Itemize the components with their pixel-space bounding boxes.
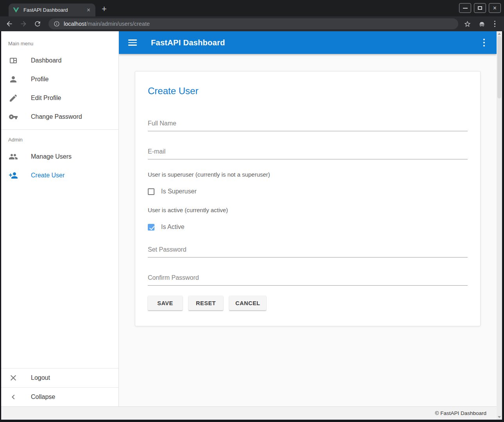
app-area: Main menu Dashboard Profile <box>1 31 502 420</box>
appbar-menu-icon[interactable] <box>481 39 488 47</box>
bookmark-star-icon[interactable] <box>464 20 471 28</box>
set-password-field-wrap <box>148 246 468 257</box>
sidebar-section-admin-label: Admin <box>1 133 118 147</box>
confirm-password-field-wrap <box>148 274 468 286</box>
page-footer: © FastAPI Dashboard <box>1 406 497 420</box>
browser-urlbar: localhost/main/admin/users/create <box>0 16 504 31</box>
tab-title: FastAPI Dashboard <box>23 7 86 13</box>
appbar: FastAPI Dashboard <box>119 31 497 54</box>
sidebar-item-label: Logout <box>31 374 50 381</box>
minimize-button[interactable] <box>459 3 471 13</box>
sidebar-item-logout[interactable]: Logout <box>1 368 118 387</box>
copyright-text: © FastAPI Dashboard <box>435 410 486 416</box>
refresh-icon[interactable] <box>34 20 41 28</box>
confirm-password-input[interactable] <box>148 274 468 286</box>
maximize-button[interactable] <box>474 3 486 13</box>
sidebar-section-main-label: Main menu <box>1 37 118 51</box>
sidebar-item-label: Create User <box>31 172 65 179</box>
cancel-button[interactable]: CANCEL <box>229 296 266 310</box>
sidebar-item-edit-profile[interactable]: Edit Profile <box>1 89 118 107</box>
pencil-icon <box>9 93 18 103</box>
close-icon: × <box>493 5 497 11</box>
dashboard-icon <box>9 56 18 65</box>
sidebar-item-manage-users[interactable]: Manage Users <box>1 147 118 166</box>
page-title: Create User <box>148 86 468 97</box>
new-tab-button[interactable]: + <box>102 5 107 13</box>
sidebar-item-collapse[interactable]: Collapse <box>1 388 118 406</box>
is-superuser-checkbox[interactable] <box>148 188 154 195</box>
site-info-icon[interactable] <box>54 21 60 27</box>
maximize-icon <box>478 6 482 10</box>
sidebar-item-label: Manage Users <box>31 153 72 160</box>
scrollbar-down-arrow-icon[interactable] <box>498 416 501 418</box>
minimize-icon <box>463 8 468 9</box>
reset-button[interactable]: RESET <box>188 296 223 310</box>
save-button[interactable]: SAVE <box>148 296 183 310</box>
people-icon <box>9 152 18 161</box>
is-active-checkbox-row[interactable]: Is Active <box>148 224 468 231</box>
is-active-checkbox[interactable] <box>148 224 154 231</box>
person-icon <box>9 75 18 84</box>
incognito-icon[interactable] <box>478 20 486 28</box>
url-host: localhost <box>64 21 86 27</box>
sidebar: Main menu Dashboard Profile <box>1 31 119 406</box>
forward-icon[interactable] <box>20 20 27 28</box>
sidebar-spacer <box>1 185 118 368</box>
superuser-hint: User is superuser (currently is not a su… <box>148 171 468 178</box>
is-active-label: Is Active <box>161 224 185 231</box>
url-path: /main/admin/users/create <box>86 21 150 27</box>
person-add-icon <box>9 171 18 180</box>
urlbar-actions <box>462 20 499 28</box>
form-actions: SAVE RESET CANCEL <box>148 296 468 310</box>
chevron-left-icon <box>9 392 18 402</box>
active-hint: User is active (currently active) <box>148 207 468 213</box>
close-x-icon <box>9 373 18 383</box>
sidebar-item-dashboard[interactable]: Dashboard <box>1 51 118 70</box>
browser-tab[interactable]: FastAPI Dashboard × <box>9 4 95 16</box>
full-name-input[interactable] <box>148 120 468 131</box>
sidebar-item-label: Profile <box>31 76 48 83</box>
back-icon[interactable] <box>5 20 13 28</box>
sidebar-item-label: Collapse <box>31 393 55 401</box>
sidebar-item-create-user[interactable]: Create User <box>1 166 118 185</box>
tab-close-icon[interactable]: × <box>86 7 91 13</box>
menu-hamburger-icon[interactable] <box>128 39 137 46</box>
sidebar-item-change-password[interactable]: Change Password <box>1 107 118 126</box>
set-password-input[interactable] <box>148 246 468 257</box>
page-scrollbar[interactable] <box>497 31 502 420</box>
sidebar-item-label: Edit Profile <box>31 95 61 102</box>
sidebar-divider <box>1 129 118 130</box>
sidebar-item-label: Dashboard <box>31 57 61 64</box>
vue-logo-icon <box>13 7 20 14</box>
window-controls: × <box>459 3 501 13</box>
sidebar-item-label: Change Password <box>31 113 82 120</box>
email-input[interactable] <box>148 148 468 159</box>
close-button[interactable]: × <box>489 3 501 13</box>
browser-window: FastAPI Dashboard × + × localhost/main/a… <box>0 0 504 422</box>
key-icon <box>9 112 18 122</box>
is-superuser-checkbox-row[interactable]: Is Superuser <box>148 188 468 195</box>
create-user-card: Create User User is superuser (currently… <box>135 71 481 326</box>
browser-menu-icon[interactable] <box>493 21 497 27</box>
email-field-wrap <box>148 148 468 159</box>
is-superuser-label: Is Superuser <box>161 188 197 195</box>
browser-titlebar: FastAPI Dashboard × + × <box>0 0 504 16</box>
sidebar-item-profile[interactable]: Profile <box>1 70 118 89</box>
scrollbar-thumb[interactable] <box>497 36 501 98</box>
full-name-field-wrap <box>148 120 468 131</box>
main-content: FastAPI Dashboard Create User User is su… <box>119 31 497 406</box>
appbar-title: FastAPI Dashboard <box>151 38 225 47</box>
address-bar[interactable]: localhost/main/admin/users/create <box>48 18 458 29</box>
scrollbar-track[interactable] <box>497 35 502 416</box>
